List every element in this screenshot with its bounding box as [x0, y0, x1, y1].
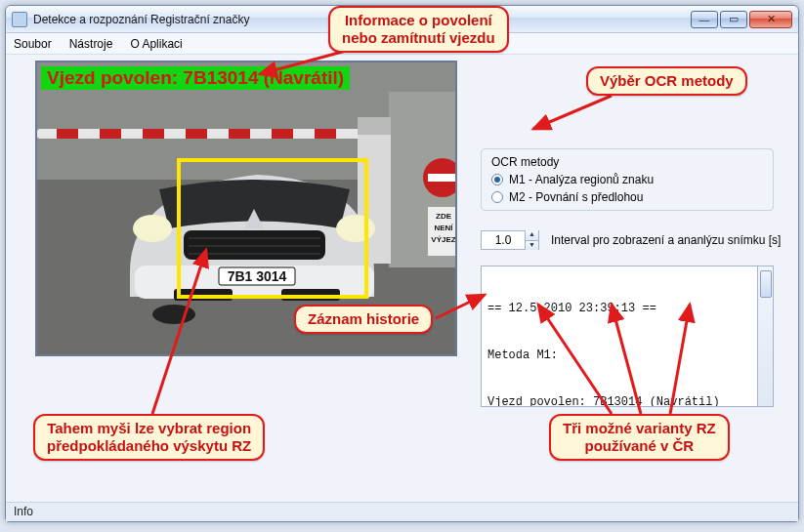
svg-rect-6 [143, 129, 164, 139]
svg-point-24 [133, 215, 172, 242]
callout-ocr: Výběr OCR metody [586, 66, 747, 96]
svg-text:7B1 3014: 7B1 3014 [228, 268, 287, 284]
status-text: Info [14, 505, 33, 518]
menu-nastroje[interactable]: Nástroje [69, 37, 113, 51]
svg-rect-9 [272, 129, 293, 139]
ocr-m2-row[interactable]: M2 - Povnání s předlohou [491, 190, 763, 204]
ocr-m1-row[interactable]: M1 - Analýza regionů znaku [491, 173, 763, 186]
minimize-button[interactable]: — [691, 11, 718, 28]
app-icon [12, 12, 27, 27]
svg-rect-14 [428, 174, 457, 182]
svg-rect-8 [229, 129, 250, 139]
spinner-down[interactable]: ▼ [525, 240, 538, 250]
entry-status-overlay: Vjezd povolen: 7B13014 (Navrátil) [41, 66, 350, 90]
statusbar: Info [6, 502, 798, 521]
callout-entry-info: Informace o povolenínebo zamítnutí vjezd… [328, 6, 509, 53]
callout-variants: Tři možné varianty RZpoužívané v ČR [549, 414, 730, 461]
ocr-m2-label: M2 - Povnání s předlohou [509, 190, 643, 204]
callout-history: Záznam historie [294, 305, 433, 334]
interval-label: Interval pro zobrazení a ananlýzu snímku… [551, 233, 781, 247]
svg-point-25 [336, 215, 375, 242]
svg-rect-7 [186, 129, 207, 139]
log-line: Metoda M1: [487, 348, 767, 363]
svg-rect-19 [184, 230, 325, 260]
spinner-up[interactable]: ▲ [525, 230, 538, 240]
callout-region: Tahem myši lze vybrat regionpředpokládan… [33, 414, 265, 461]
app-window: Detekce a rozpoznání Registrační značky … [5, 5, 799, 522]
ocr-legend: OCR metody [491, 155, 559, 169]
svg-rect-10 [315, 129, 336, 139]
menu-o-aplikaci[interactable]: O Aplikaci [130, 37, 182, 51]
svg-text:ZDE: ZDE [436, 212, 452, 221]
ocr-methods-group: OCR metody M1 - Analýza regionů znaku M2… [481, 148, 774, 211]
svg-text:VÝJEZ: VÝJEZ [431, 235, 455, 244]
svg-text:NENÍ: NENÍ [434, 224, 453, 232]
menu-soubor[interactable]: Soubor [14, 37, 52, 51]
log-line: Vjezd povolen: 7B13014 (Navrátil) [487, 394, 767, 407]
radio-m2[interactable] [491, 191, 503, 203]
close-button[interactable]: ✕ [749, 11, 792, 28]
interval-spinner[interactable]: ▲ ▼ [481, 230, 539, 250]
log-scrollbar[interactable] [757, 266, 774, 407]
svg-rect-5 [100, 129, 121, 139]
maximize-button[interactable]: ▭ [720, 11, 747, 28]
window-controls: — ▭ ✕ [691, 11, 792, 28]
scroll-thumb[interactable] [760, 270, 772, 298]
ocr-m1-label: M1 - Analýza regionů znaku [509, 173, 654, 186]
svg-rect-12 [358, 117, 391, 135]
log-line: == 12.5.2010 23:39:13 == [487, 301, 767, 316]
svg-point-29 [152, 305, 195, 324]
radio-m1[interactable] [491, 174, 503, 185]
interval-row: ▲ ▼ Interval pro zobrazení a ananlýzu sn… [481, 230, 781, 250]
history-log[interactable]: == 12.5.2010 23:39:13 == Metoda M1: Vjez… [481, 266, 774, 407]
svg-rect-4 [57, 129, 78, 139]
interval-input[interactable] [482, 232, 525, 248]
license-plate: 7B1 3014 [219, 267, 295, 285]
